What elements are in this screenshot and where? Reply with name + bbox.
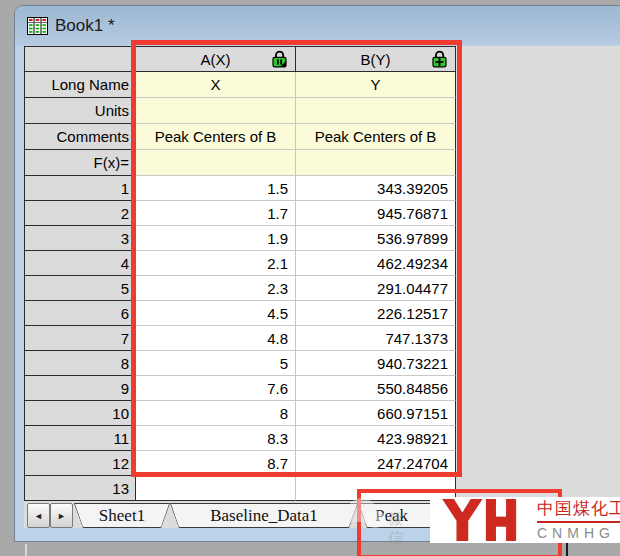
row-label-fx[interactable]: F(x)= [25,150,136,176]
tab-baseline-data1[interactable]: Baseline_Data1 [170,503,358,528]
row-label-units[interactable]: Units [25,98,136,124]
watermark-box: 中国煤化工 CNMHG [430,497,620,543]
faint-watermark-text: 微信 [388,510,405,548]
row-number-cell[interactable]: 11 [25,426,136,451]
row-label-comments[interactable]: Comments [25,124,136,150]
row-number-cell[interactable]: 9 [25,376,136,401]
row-label-long-name[interactable]: Long Name [25,72,136,98]
row-number-cell[interactable]: 8 [25,351,136,376]
watermark-line2: CNMHG [537,525,620,541]
window-title: Book1 * [55,16,115,36]
data-cell-a[interactable] [136,476,296,501]
row-number-cell[interactable]: 7 [25,326,136,351]
watermark-line1: 中国煤化工 [537,499,620,523]
row-number-cell[interactable]: 6 [25,301,136,326]
row-number-cell[interactable]: 12 [25,451,136,476]
row-number-cell[interactable]: 5 [25,276,136,301]
tab-sheet1[interactable]: Sheet1 [74,503,170,528]
tab-scroll-left-button[interactable]: ◄ [27,503,50,528]
origin-workspace: Book1 * A(X) B(Y) [0,0,620,556]
row-number-cell[interactable]: 4 [25,251,136,276]
row-number-cell[interactable]: 2 [25,201,136,226]
row-number-cell[interactable]: 3 [25,226,136,251]
highlight-rectangle-columns [131,40,462,477]
row-number-cell[interactable]: 1 [25,176,136,201]
chat-bubble-small-icon [364,510,386,528]
background-edge-line [25,544,27,556]
row-number-cell[interactable]: 10 [25,401,136,426]
row-number-cell[interactable]: 13 [25,476,136,501]
tab-scroll-right-button[interactable]: ► [50,503,73,528]
yh-logo-icon [430,499,530,541]
corner-header-cell[interactable] [25,47,136,72]
worksheet-icon [27,17,48,35]
background-dark-line [566,543,568,556]
